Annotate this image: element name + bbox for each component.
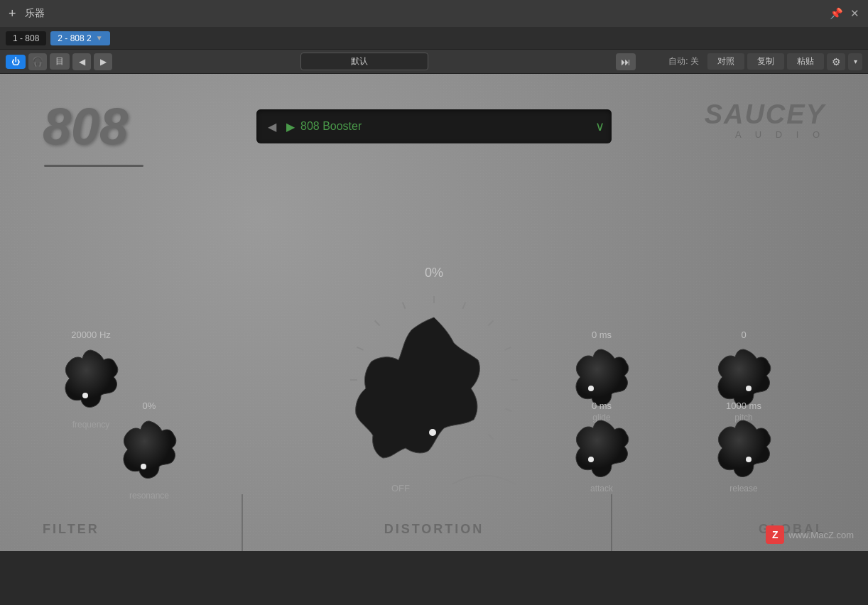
preset-bar: ◀ ▶ 808 Booster ∨: [256, 109, 612, 143]
global-release-label: release: [729, 484, 757, 494]
auto-label: 自动: 关: [663, 55, 705, 67]
logo-808: 808: [43, 101, 128, 152]
watermark: Z www.MacZ.com: [766, 525, 854, 544]
close-icon[interactable]: ✕: [850, 7, 859, 20]
svg-line-7: [462, 302, 465, 309]
global-pitch-value: 0: [741, 329, 746, 340]
filter-resonance-container: 0% resonance: [114, 400, 185, 501]
track-1-pill[interactable]: 1 - 808: [6, 31, 46, 45]
preset-name: 808 Booster: [300, 120, 590, 133]
distortion-off-label: OFF: [391, 483, 410, 494]
global-release-value: 1000 ms: [726, 400, 761, 411]
watermark-url: www.MacZ.com: [788, 530, 854, 540]
filter-resonance-value: 0%: [143, 400, 156, 411]
svg-point-18: [588, 457, 594, 462]
svg-line-11: [505, 408, 511, 411]
track-2-pill[interactable]: 2 - 808 2 ▼: [50, 31, 109, 45]
global-pitch-knob[interactable]: [712, 344, 776, 408]
next-button[interactable]: ▶: [94, 53, 112, 70]
svg-line-3: [357, 347, 363, 350]
preset-dropdown-button[interactable]: ∨: [595, 119, 604, 134]
skip-button[interactable]: ⏭: [616, 53, 636, 70]
plugin-body: 808 SAUCEY A U D I O ◀ ▶ 808 Booster ∨ 0…: [0, 74, 868, 551]
global-attack-value: 0 ms: [592, 400, 612, 411]
global-glide-knob[interactable]: [570, 344, 634, 408]
filter-frequency-label: frequency: [72, 420, 110, 430]
prev-button[interactable]: ◀: [72, 53, 91, 70]
power-button[interactable]: ⏻: [6, 55, 26, 69]
chevron-button[interactable]: ▾: [848, 53, 862, 70]
headphone-button[interactable]: 🎧: [28, 53, 47, 70]
copy-button[interactable]: 复制: [747, 53, 784, 70]
gear-button[interactable]: ⚙: [827, 53, 845, 70]
brand-sub: A U D I O: [705, 129, 825, 140]
preset-prev-button[interactable]: ◀: [264, 118, 281, 135]
title-bar: + 乐器 📌 ✕: [0, 0, 868, 27]
compare-button[interactable]: 对照: [707, 53, 744, 70]
svg-point-13: [429, 429, 436, 436]
paste-button[interactable]: 粘贴: [787, 53, 824, 70]
svg-point-16: [588, 386, 594, 391]
save-button[interactable]: 目: [50, 53, 70, 70]
section-filter-label: FILTER: [43, 522, 99, 537]
global-release-container: 1000 ms release: [712, 400, 776, 494]
svg-point-17: [746, 386, 752, 391]
track-dropdown-arrow[interactable]: ▼: [96, 34, 103, 42]
global-attack-container: 0 ms attack: [570, 400, 634, 494]
svg-point-14: [82, 393, 88, 398]
svg-point-19: [746, 457, 752, 462]
preset-dropdown[interactable]: 默认: [300, 53, 428, 70]
distortion-value: 0%: [425, 266, 443, 280]
global-release-knob[interactable]: [712, 415, 776, 479]
brand-name: SAUCEY: [705, 101, 825, 128]
global-attack-label: attack: [590, 484, 613, 494]
distortion-knob[interactable]: [342, 288, 526, 472]
svg-line-5: [403, 302, 406, 309]
track-row: 1 - 808 2 - 808 2 ▼: [0, 27, 868, 50]
filter-frequency-value: 20000 Hz: [71, 329, 111, 340]
svg-line-4: [375, 321, 380, 326]
svg-point-15: [141, 464, 146, 469]
svg-line-12: [488, 434, 493, 439]
pin-icon[interactable]: 📌: [830, 7, 843, 20]
global-attack-knob[interactable]: [570, 415, 634, 479]
svg-line-8: [488, 321, 493, 326]
saucey-logo: SAUCEY A U D I O: [705, 101, 825, 140]
preset-play-button[interactable]: ▶: [286, 120, 295, 133]
svg-line-9: [504, 347, 511, 350]
logo-underline: [44, 165, 143, 167]
filter-resonance-knob[interactable]: [114, 415, 185, 486]
section-distortion-label: DISTORTION: [384, 522, 484, 537]
filter-resonance-label: resonance: [129, 491, 169, 501]
app-title: 乐器: [25, 7, 45, 20]
global-glide-value: 0 ms: [592, 329, 612, 340]
watermark-z-badge: Z: [766, 525, 784, 544]
toolbar: ⏻ 🎧 目 ◀ ▶ 默认 ⏭ 自动: 关 对照 复制 粘贴 ⚙ ▾: [0, 50, 868, 74]
add-button[interactable]: +: [9, 6, 16, 21]
